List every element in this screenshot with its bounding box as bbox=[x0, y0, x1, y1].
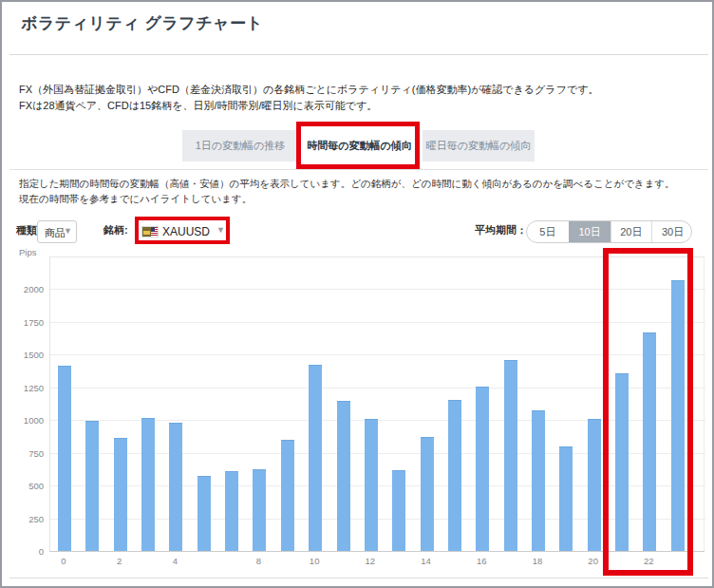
chevron-down-icon: ▼ bbox=[216, 225, 225, 235]
bar-hour-12 bbox=[365, 419, 378, 552]
x-tick-label-4: 4 bbox=[163, 556, 186, 566]
card-bottom-border bbox=[9, 578, 708, 579]
symbol-select[interactable]: XAUUSD ▼ bbox=[140, 220, 227, 243]
period-button-10日[interactable]: 10日 bbox=[569, 221, 611, 243]
bar-hour-20 bbox=[588, 419, 601, 552]
type-select-value: 商品 bbox=[45, 226, 66, 240]
bar-hour-15 bbox=[448, 400, 461, 552]
bar-hour-0 bbox=[58, 366, 71, 552]
x-tick-label-2: 2 bbox=[108, 556, 131, 566]
gridline-2000 bbox=[50, 289, 705, 290]
gridline-1750 bbox=[50, 322, 705, 323]
bar-hour-9 bbox=[281, 440, 294, 552]
type-select[interactable]: 商品 ▼ bbox=[37, 220, 77, 243]
y-tick-label-2000: 2000 bbox=[13, 284, 44, 294]
plot-area bbox=[49, 256, 705, 551]
bar-hour-23 bbox=[671, 280, 685, 552]
tab-1-active[interactable]: 時間毎の変動幅の傾向 bbox=[301, 130, 418, 161]
symbol-select-value: XAUUSD bbox=[162, 225, 210, 238]
period-button-30日[interactable]: 30日 bbox=[651, 221, 692, 243]
symbol-filter-label: 銘柄: bbox=[103, 223, 128, 237]
page-title: ボラティリティ グラフチャート bbox=[21, 12, 263, 34]
volatility-bar-chart: Pips 025050075010001250150017502000 0248… bbox=[2, 241, 714, 583]
y-tick-label-500: 500 bbox=[13, 481, 44, 491]
y-tick-label-1000: 1000 bbox=[13, 415, 44, 426]
x-tick-label-12: 12 bbox=[359, 556, 382, 566]
bar-hour-16 bbox=[476, 387, 489, 552]
y-tick-label-1750: 1750 bbox=[13, 317, 44, 328]
section-description: 指定した期間の時間毎の変動幅（高値・安値）の平均を表示しています。どの銘柄が、ど… bbox=[19, 176, 703, 206]
section-desc-line-2: 現在の時間帯を参考までにハイライトしています。 bbox=[19, 191, 703, 206]
x-tick-label-14: 14 bbox=[415, 556, 438, 566]
bar-hour-10 bbox=[309, 365, 322, 552]
y-axis-unit-label: Pips bbox=[19, 247, 36, 257]
x-tick-label-10: 10 bbox=[303, 556, 326, 566]
y-tick-label-0: 0 bbox=[13, 546, 44, 557]
bar-hour-11 bbox=[337, 401, 350, 552]
x-tick-label-18: 18 bbox=[526, 556, 549, 566]
intro-text: FX（外国為替証拠金取引）やCFD（差金決済取引）の各銘柄ごとにボラティリティ(… bbox=[19, 82, 703, 114]
x-tick-label-20: 20 bbox=[582, 556, 605, 566]
tab-0[interactable]: 1日の変動幅の推移 bbox=[182, 130, 298, 161]
gridline-1250 bbox=[50, 388, 705, 389]
x-axis-line bbox=[49, 551, 705, 552]
section-desc-line-1: 指定した期間の時間毎の変動幅（高値・安値）の平均を表示しています。どの銘柄が、ど… bbox=[19, 176, 703, 191]
bar-hour-21 bbox=[615, 373, 629, 552]
chevron-down-icon: ▼ bbox=[64, 226, 72, 236]
bar-hour-18 bbox=[532, 410, 545, 552]
y-tick-label-250: 250 bbox=[13, 514, 44, 524]
tab-bar: 1日の変動幅の推移時間毎の変動幅の傾向曜日毎の変動幅の傾向 bbox=[2, 130, 714, 161]
bar-hour-2 bbox=[114, 438, 127, 552]
x-tick-label-8: 8 bbox=[247, 556, 270, 566]
volatility-chart-page: ボラティリティ グラフチャート FX（外国為替証拠金取引）やCFD（差金決済取引… bbox=[0, 0, 714, 588]
bar-hour-8 bbox=[253, 469, 266, 552]
y-tick-label-1500: 1500 bbox=[13, 350, 44, 360]
bar-hour-1 bbox=[85, 421, 99, 552]
y-tick-label-1250: 1250 bbox=[13, 383, 44, 393]
y-tick-label-750: 750 bbox=[13, 448, 44, 459]
bar-hour-3 bbox=[141, 418, 155, 552]
tab-2[interactable]: 曜日毎の変動幅の傾向 bbox=[423, 130, 535, 161]
xau-usd-flag-icon bbox=[141, 226, 159, 237]
gridline-1500 bbox=[50, 354, 705, 355]
bar-hour-7 bbox=[225, 471, 238, 552]
bar-hour-19 bbox=[559, 446, 573, 552]
bar-hour-4 bbox=[169, 423, 182, 552]
title-divider bbox=[9, 54, 708, 55]
bar-hour-13 bbox=[392, 470, 405, 552]
x-tick-label-0: 0 bbox=[52, 556, 75, 566]
intro-line-1: FX（外国為替証拠金取引）やCFD（差金決済取引）の各銘柄ごとにボラティリティ(… bbox=[19, 82, 703, 98]
bar-hour-5 bbox=[197, 476, 211, 552]
bar-hour-17 bbox=[504, 360, 517, 552]
period-label: 平均期間： bbox=[475, 223, 527, 237]
x-tick-label-16: 16 bbox=[470, 556, 493, 566]
intro-line-2: FXは28通貨ペア、CFDは15銘柄を、日別/時間帯別/曜日別に表示可能です。 bbox=[19, 98, 703, 114]
bar-hour-22 bbox=[643, 332, 656, 552]
tab-bar-underline bbox=[9, 169, 708, 170]
x-tick-label-22: 22 bbox=[637, 556, 660, 566]
bar-hour-14 bbox=[421, 437, 434, 552]
period-button-20日[interactable]: 20日 bbox=[611, 221, 652, 243]
period-button-5日[interactable]: 5日 bbox=[527, 221, 569, 243]
average-period-group: 5日10日20日30日 bbox=[526, 220, 692, 243]
